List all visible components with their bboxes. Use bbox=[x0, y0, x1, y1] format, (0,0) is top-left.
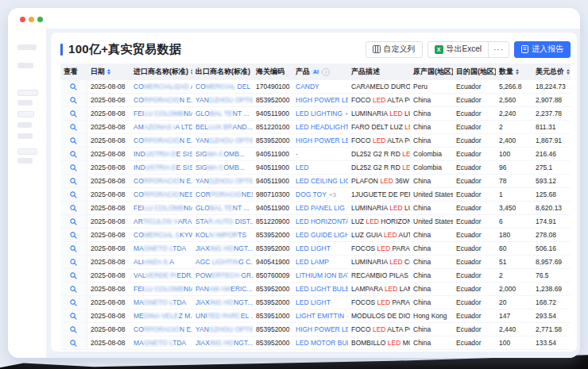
product-link[interactable]: LED GUIDE LIGHT T bbox=[296, 231, 348, 239]
importer-link[interactable]: ARTICULOS VARA... bbox=[130, 217, 192, 225]
importer-link[interactable]: MAGNETO LTDA bbox=[130, 339, 192, 347]
product-link[interactable]: LED HEADLIGHT bbox=[296, 123, 348, 131]
product-cell[interactable]: LITHIUM ION BATTE bbox=[292, 271, 348, 279]
customize-columns-button[interactable]: 自定义列 bbox=[366, 41, 423, 58]
exporter-link[interactable]: BELLUX BRAND... bbox=[192, 123, 253, 131]
view-button[interactable] bbox=[60, 94, 87, 106]
product-link[interactable]: HIGH POWER LED F bbox=[296, 136, 348, 144]
importer-link[interactable]: AMAZONAS IA LTDA bbox=[130, 123, 192, 131]
product-link[interactable]: LED LIGHT bbox=[296, 298, 331, 306]
exporter-link[interactable]: YANGZHOU OPTICAL LI... bbox=[192, 177, 253, 185]
view-button[interactable] bbox=[60, 215, 87, 228]
product-link[interactable]: HIGH POWER LED F bbox=[296, 325, 348, 333]
product-link[interactable]: LED LIGHT bbox=[296, 244, 331, 252]
column-header[interactable]: 进口商名称(标准) bbox=[130, 67, 192, 77]
view-button[interactable] bbox=[60, 134, 87, 147]
view-button[interactable] bbox=[60, 175, 87, 187]
exporter-link[interactable]: CORPORACIONES... bbox=[192, 190, 253, 198]
view-button[interactable] bbox=[60, 161, 87, 174]
view-button[interactable] bbox=[60, 107, 87, 120]
view-button[interactable] bbox=[60, 242, 87, 255]
product-cell[interactable]: LED HORIZONTAL L bbox=[292, 217, 348, 225]
importer-link[interactable]: COMERCIALIZAD A bbox=[130, 83, 192, 90]
exporter-link[interactable]: JIAXING HONGT... bbox=[192, 339, 253, 347]
product-cell[interactable]: DOG TOY+3 bbox=[292, 190, 348, 198]
view-button[interactable] bbox=[60, 80, 87, 93]
product-link[interactable]: - bbox=[296, 150, 298, 158]
exporter-link[interactable]: STAR AUTO DIST... bbox=[192, 217, 253, 225]
product-cell[interactable]: LED LIGHT bbox=[292, 244, 348, 252]
product-link[interactable]: LED LIGHTING bbox=[296, 110, 342, 117]
importer-link[interactable]: FEILU COLOMBNIA ... bbox=[130, 204, 192, 212]
product-cell[interactable]: LED MOTOR BULB bbox=[292, 339, 348, 347]
product-cell[interactable]: LED LIGHT bbox=[292, 298, 348, 306]
close-window-icon[interactable] bbox=[20, 17, 25, 22]
enter-report-button[interactable]: 进入报告 bbox=[514, 41, 571, 58]
exporter-link[interactable]: SIGMA COMB... bbox=[192, 163, 253, 171]
product-cell[interactable]: LED CEILING LIGHT bbox=[292, 177, 348, 185]
column-header[interactable]: 美元总价 bbox=[532, 67, 571, 77]
importer-link[interactable]: CORPORACION E... bbox=[130, 136, 192, 144]
view-button[interactable] bbox=[60, 229, 87, 241]
view-button[interactable] bbox=[60, 148, 87, 160]
view-button[interactable] bbox=[60, 188, 87, 201]
product-cell[interactable]: LED HEADLIGHT bbox=[292, 123, 348, 131]
exporter-link[interactable]: YANGZHOU OPTICAL LI... bbox=[192, 96, 253, 104]
product-link[interactable]: LIGHT EMITTIN bbox=[296, 312, 344, 320]
exporter-link[interactable]: GLOBAL TENT ... bbox=[192, 110, 253, 117]
exporter-link[interactable]: KOLN IMPORTS bbox=[192, 231, 253, 239]
product-link[interactable]: LED bbox=[296, 163, 309, 171]
view-button[interactable] bbox=[60, 121, 87, 133]
product-cell[interactable]: LED LIGHTING+1 bbox=[292, 110, 348, 117]
exporter-link[interactable]: AGC LIGHTING C... bbox=[192, 258, 253, 266]
product-cell[interactable]: LED GUIDE LIGHT T bbox=[292, 231, 348, 239]
product-link[interactable]: LED LAMP bbox=[296, 258, 329, 266]
view-button[interactable] bbox=[60, 323, 87, 336]
exporter-link[interactable]: POWERTECH GR... bbox=[192, 271, 253, 279]
product-cell[interactable]: CANDY bbox=[292, 83, 348, 90]
importer-link[interactable]: CORPORACIONES... bbox=[130, 190, 192, 198]
more-options-button[interactable]: ··· bbox=[488, 41, 509, 58]
info-icon[interactable]: i bbox=[322, 68, 330, 76]
importer-link[interactable]: CORPORACION E... bbox=[130, 325, 192, 333]
product-cell[interactable]: HIGH POWER LED F bbox=[292, 325, 348, 333]
view-button[interactable] bbox=[60, 336, 87, 349]
product-cell[interactable]: HIGH POWER LED F bbox=[292, 136, 348, 144]
product-cell[interactable]: LED bbox=[292, 163, 348, 171]
importer-link[interactable]: FEILU COLOMBNIA ... bbox=[130, 285, 192, 293]
view-button[interactable] bbox=[60, 296, 87, 309]
sort-icon[interactable] bbox=[567, 69, 570, 75]
importer-link[interactable]: CORPORACION E... bbox=[130, 177, 192, 185]
minimize-window-icon[interactable] bbox=[29, 17, 34, 22]
product-link[interactable]: LITHIUM ION BATTE bbox=[296, 271, 348, 279]
product-link[interactable]: LED PANEL LIG bbox=[296, 204, 345, 212]
exporter-link[interactable]: COMERCIAL DEL ... bbox=[192, 83, 253, 90]
importer-link[interactable]: COMERCIAL SKYWI... bbox=[130, 231, 192, 239]
importer-link[interactable]: INDUSTRIA DE SIS... bbox=[130, 163, 192, 171]
product-cell[interactable]: LIGHT EMITTIN+1 bbox=[292, 312, 348, 320]
view-button[interactable] bbox=[60, 256, 87, 268]
product-link[interactable]: LED HORIZONTAL L bbox=[296, 217, 348, 225]
importer-link[interactable]: ALIANZA S.A bbox=[130, 258, 192, 266]
maximize-window-icon[interactable] bbox=[37, 17, 43, 22]
product-link[interactable]: LED MOTOR BULB bbox=[296, 339, 348, 347]
sort-icon[interactable] bbox=[516, 69, 519, 75]
importer-link[interactable]: VALVERDE PIEDR... bbox=[130, 271, 192, 279]
export-excel-button[interactable]: X 导出Excel bbox=[427, 41, 489, 58]
column-header[interactable]: 数量 bbox=[496, 67, 532, 77]
column-header[interactable]: 日期 bbox=[87, 67, 130, 77]
product-link[interactable]: DOG TOY bbox=[296, 190, 327, 198]
importer-link[interactable]: MAGNETO LTDA bbox=[130, 244, 192, 252]
sort-icon[interactable] bbox=[107, 69, 110, 75]
exporter-link[interactable]: GLOBAL TENT ... bbox=[192, 204, 253, 212]
exporter-link[interactable]: UNITED PARCEL ... bbox=[192, 312, 253, 320]
exporter-link[interactable]: JIAXING HONGT... bbox=[192, 244, 253, 252]
product-cell[interactable]: LED LAMP bbox=[292, 258, 348, 266]
product-more-badge[interactable]: +3 bbox=[329, 191, 336, 198]
exporter-link[interactable]: YANGZHOU OPTICAL LI... bbox=[192, 325, 253, 333]
exporter-link[interactable]: JIAXING HONGT... bbox=[192, 298, 253, 306]
product-cell[interactable]: LED PANEL LIG+1 bbox=[292, 204, 348, 212]
importer-link[interactable]: CORPORACION E... bbox=[130, 96, 192, 104]
product-link[interactable]: HIGH POWER LED F bbox=[296, 96, 348, 104]
importer-link[interactable]: MEDINA VELEZ M... bbox=[130, 312, 192, 320]
